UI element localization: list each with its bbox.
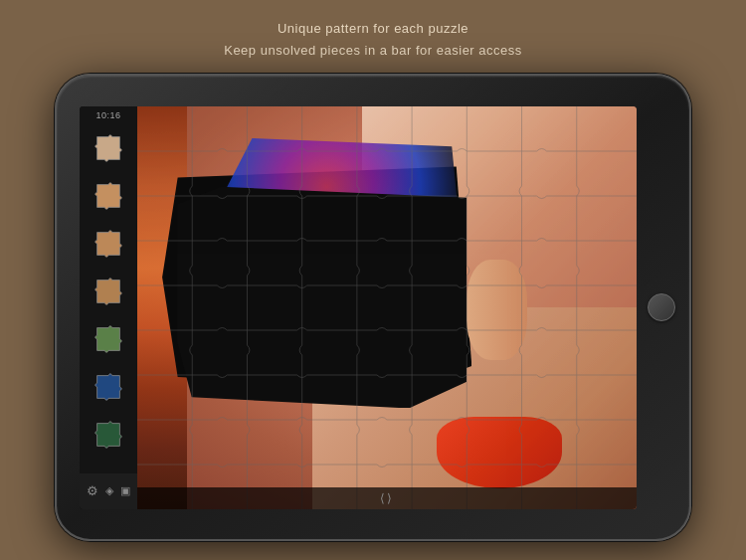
piece-item-5[interactable] [88, 318, 129, 360]
piece-item-4[interactable] [88, 271, 129, 312]
unsolved-region-main [177, 187, 466, 409]
taglines-container: Unique pattern for each puzzle Keep unso… [224, 18, 522, 62]
nose-area [466, 260, 526, 360]
bottom-nav-bar: ⟨⟩ [137, 487, 637, 509]
settings-icon[interactable]: ⚙ [87, 483, 98, 498]
tagline-1: Unique pattern for each puzzle [224, 18, 522, 40]
piece-item-3[interactable] [88, 223, 129, 265]
tablet-outer: 10:16 [55, 74, 691, 541]
home-button[interactable] [648, 293, 675, 321]
nav-arrows-icon[interactable]: ⟨⟩ [380, 491, 394, 505]
app-content: 10:16 [80, 106, 637, 509]
lip-area [437, 417, 562, 489]
piece-item-1[interactable] [88, 127, 129, 169]
piece-item-6[interactable] [88, 366, 129, 408]
bottom-toolbar: ⚙ ◈ ▣ [80, 473, 137, 509]
piece-item-7[interactable] [88, 414, 129, 456]
tablet-screen: 10:16 [80, 106, 637, 509]
piece-item-2[interactable] [88, 175, 129, 217]
tagline-2: Keep unsolved pieces in a bar for easier… [224, 40, 522, 62]
pieces-sidebar: 10:16 [80, 106, 137, 509]
crop-icon[interactable]: ▣ [120, 484, 130, 497]
time-display: 10:16 [95, 110, 120, 120]
dropper-icon[interactable]: ◈ [105, 484, 113, 497]
puzzle-main: ⟨⟩ [137, 106, 637, 509]
